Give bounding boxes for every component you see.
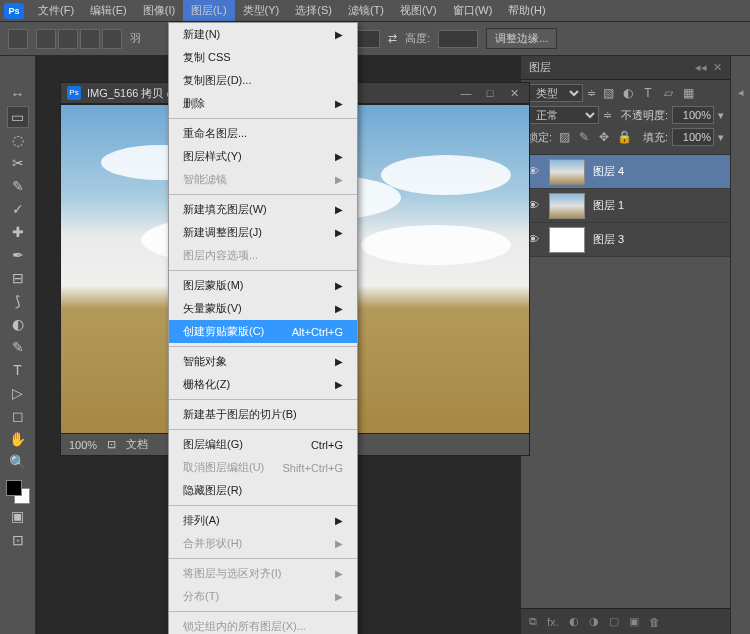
tool-button[interactable]: ↔: [7, 83, 29, 105]
group-icon[interactable]: ▢: [609, 615, 619, 628]
tool-button[interactable]: ✋: [7, 428, 29, 450]
fill-input[interactable]: [672, 128, 714, 146]
menu-entry[interactable]: 图层编组(G)Ctrl+G: [169, 433, 357, 456]
menu-entry[interactable]: 复制 CSS: [169, 46, 357, 69]
panel-tab-layers[interactable]: 图层: [529, 60, 551, 75]
zoom-value[interactable]: 100%: [69, 439, 97, 451]
tool-button[interactable]: ✎: [7, 175, 29, 197]
menu-entry[interactable]: 智能对象▶: [169, 350, 357, 373]
filter-adjust-icon[interactable]: ◐: [620, 86, 636, 100]
tool-button[interactable]: ◻: [7, 405, 29, 427]
tool-button[interactable]: ⟆: [7, 290, 29, 312]
mode-icon[interactable]: [102, 29, 122, 49]
filter-smart-icon[interactable]: ▦: [680, 86, 696, 100]
menu-entry[interactable]: 矢量蒙版(V)▶: [169, 297, 357, 320]
menu-entry[interactable]: 图层蒙版(M)▶: [169, 274, 357, 297]
menu-entry[interactable]: 复制图层(D)...: [169, 69, 357, 92]
menu-item[interactable]: 编辑(E): [82, 0, 135, 21]
filter-type-select[interactable]: 类型: [527, 84, 583, 102]
layer-name[interactable]: 图层 1: [593, 198, 624, 213]
screenmode-icon[interactable]: ⊡: [7, 529, 29, 551]
filter-shape-icon[interactable]: ▱: [660, 86, 676, 100]
menu-item[interactable]: 类型(Y): [235, 0, 288, 21]
maximize-icon[interactable]: □: [481, 87, 499, 99]
close-icon[interactable]: ✕: [505, 87, 523, 100]
quickmask-icon[interactable]: ▣: [7, 505, 29, 527]
menu-entry: 取消图层编组(U)Shift+Ctrl+G: [169, 456, 357, 479]
tool-button[interactable]: ✓: [7, 198, 29, 220]
layer-panel-footer: ⧉ fx. ◐ ◑ ▢ ▣ 🗑: [521, 608, 730, 634]
mode-icon[interactable]: [80, 29, 100, 49]
layer-row[interactable]: 👁图层 3: [521, 223, 730, 257]
layer-name[interactable]: 图层 4: [593, 164, 624, 179]
height-input[interactable]: [438, 30, 478, 48]
menu-item[interactable]: 图层(L): [183, 0, 234, 21]
tool-button[interactable]: ▭: [7, 106, 29, 128]
filter-type-icon[interactable]: T: [640, 86, 656, 100]
blend-mode-select[interactable]: 正常: [527, 106, 599, 124]
refine-edge-button[interactable]: 调整边缘...: [486, 28, 557, 49]
tool-button[interactable]: ✒: [7, 244, 29, 266]
tool-button[interactable]: ✎: [7, 336, 29, 358]
mask-icon[interactable]: ◐: [569, 615, 579, 628]
menu-entry[interactable]: 新建填充图层(W)▶: [169, 198, 357, 221]
menu-entry[interactable]: 隐藏图层(R): [169, 479, 357, 502]
menu-item[interactable]: 滤镜(T): [340, 0, 392, 21]
menu-item[interactable]: 文件(F): [30, 0, 82, 21]
tool-button[interactable]: ◌: [7, 129, 29, 151]
menu-entry[interactable]: 新建调整图层(J)▶: [169, 221, 357, 244]
tool-button[interactable]: ▷: [7, 382, 29, 404]
delete-layer-icon[interactable]: 🗑: [649, 616, 660, 628]
app-logo: Ps: [4, 3, 24, 19]
menu-item[interactable]: 视图(V): [392, 0, 445, 21]
tool-preset-icon[interactable]: [8, 29, 28, 49]
menu-entry[interactable]: 栅格化(Z)▶: [169, 373, 357, 396]
menu-entry[interactable]: 排列(A)▶: [169, 509, 357, 532]
swap-icon[interactable]: ⇄: [388, 32, 397, 45]
collapse-icon[interactable]: ◂◂: [695, 61, 707, 74]
layer-thumbnail[interactable]: [549, 159, 585, 185]
mode-icon[interactable]: [36, 29, 56, 49]
new-layer-icon[interactable]: ▣: [629, 615, 639, 628]
tool-button[interactable]: ⊟: [7, 267, 29, 289]
layer-thumbnail[interactable]: [549, 193, 585, 219]
status-icon: ⊡: [107, 438, 116, 451]
menu-entry[interactable]: 图层样式(Y)▶: [169, 145, 357, 168]
mode-icon[interactable]: [58, 29, 78, 49]
menu-entry[interactable]: 删除▶: [169, 92, 357, 115]
menu-entry[interactable]: 新建基于图层的切片(B): [169, 403, 357, 426]
layer-name[interactable]: 图层 3: [593, 232, 624, 247]
lock-all-icon[interactable]: 🔒: [616, 130, 632, 144]
tool-button[interactable]: ✚: [7, 221, 29, 243]
close-panel-icon[interactable]: ✕: [713, 61, 722, 74]
minimize-icon[interactable]: —: [457, 87, 475, 99]
lock-paint-icon[interactable]: ✎: [576, 130, 592, 144]
menu-entry[interactable]: 重命名图层...: [169, 122, 357, 145]
tool-button[interactable]: ✂: [7, 152, 29, 174]
menu-item[interactable]: 选择(S): [287, 0, 340, 21]
link-layers-icon[interactable]: ⧉: [529, 615, 537, 628]
menu-item[interactable]: 窗口(W): [445, 0, 501, 21]
opacity-input[interactable]: [672, 106, 714, 124]
tool-button[interactable]: 🔍: [7, 451, 29, 473]
feather-label: 羽: [130, 31, 141, 46]
menu-item[interactable]: 帮助(H): [500, 0, 553, 21]
menu-entry: 图层内容选项...: [169, 244, 357, 267]
filter-pixel-icon[interactable]: ▧: [600, 86, 616, 100]
tool-button[interactable]: T: [7, 359, 29, 381]
menu-entry[interactable]: 新建(N)▶: [169, 23, 357, 46]
lock-trans-icon[interactable]: ▨: [556, 130, 572, 144]
fx-icon[interactable]: fx.: [547, 616, 559, 628]
menu-item[interactable]: 图像(I): [135, 0, 183, 21]
menu-entry[interactable]: 创建剪贴蒙版(C)Alt+Ctrl+G: [169, 320, 357, 343]
lock-pos-icon[interactable]: ✥: [596, 130, 612, 144]
adjustment-icon[interactable]: ◑: [589, 615, 599, 628]
layer-row[interactable]: 👁图层 4: [521, 155, 730, 189]
layer-thumbnail[interactable]: [549, 227, 585, 253]
color-swatch[interactable]: [6, 480, 30, 504]
collapsed-panels[interactable]: ◂: [730, 56, 750, 634]
opacity-label: 不透明度:: [616, 108, 668, 123]
panels: 图层 ◂◂✕ 类型 ≑ ▧ ◐ T ▱ ▦ 正常 ≑ 不透明度: ▾ 锁定:: [520, 56, 730, 634]
layer-row[interactable]: 👁图层 1: [521, 189, 730, 223]
tool-button[interactable]: ◐: [7, 313, 29, 335]
